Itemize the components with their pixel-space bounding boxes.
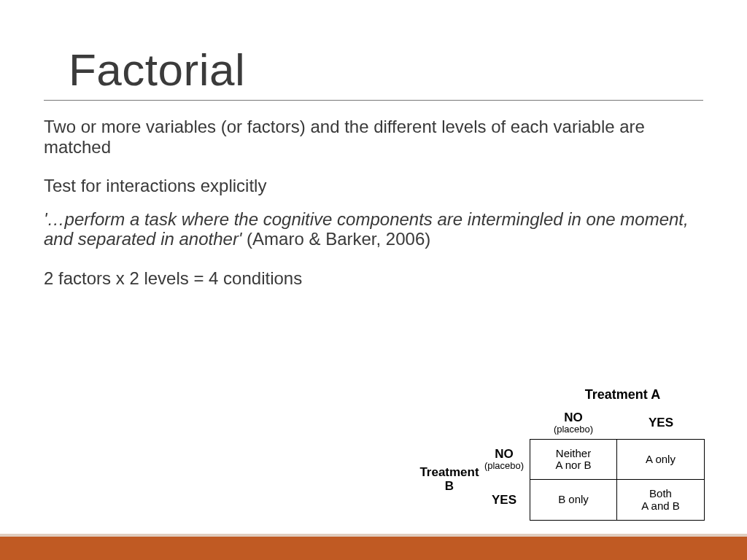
- factorial-diagram: Treatment A NO (placebo) YES Treatment B…: [420, 387, 719, 521]
- footer-bar: [0, 534, 747, 560]
- row-factor-title-line2: B: [445, 479, 454, 493]
- row-head-no: NO (placebo): [484, 448, 524, 470]
- paragraph-quote: '…perform a task where the cognitive com…: [44, 209, 703, 249]
- paragraph-factors-equation: 2 factors x 2 levels = 4 conditions: [44, 268, 703, 289]
- cell-neither-line1: Neither: [556, 448, 591, 460]
- cell-b-only: B only: [530, 480, 617, 521]
- slide-title: Factorial: [69, 44, 703, 96]
- row-head-yes-label: YES: [492, 494, 516, 507]
- row-head-no-label: NO: [484, 448, 524, 461]
- row-factor-title-line1: Treatment: [419, 465, 479, 479]
- factorial-grid: NO (placebo) YES Treatment B NO (placebo…: [420, 407, 719, 521]
- slide: Factorial Two or more variables (or fact…: [0, 0, 747, 560]
- cell-neither: Neither A nor B: [530, 439, 617, 480]
- col-head-no-sub: (placebo): [554, 424, 593, 435]
- paragraph-definition: Two or more variables (or factors) and t…: [44, 117, 703, 157]
- cell-a-only-text: A only: [646, 454, 676, 466]
- cell-both-line1: Both: [649, 488, 672, 500]
- cell-b-only-text: B only: [558, 494, 589, 506]
- col-head-no-label: NO: [554, 411, 593, 424]
- cell-both-line2: A and B: [641, 500, 680, 513]
- row-head-yes: YES: [492, 494, 516, 507]
- row-factor-title: Treatment B: [419, 466, 479, 493]
- col-head-no: NO (placebo): [554, 411, 593, 434]
- col-head-yes-label: YES: [649, 416, 673, 429]
- cell-neither-line2: A nor B: [555, 459, 591, 472]
- paragraph-interactions: Test for interactions explicitly: [44, 176, 703, 196]
- col-factor-title: Treatment A: [526, 387, 719, 402]
- title-rule: [44, 100, 703, 101]
- row-head-no-sub: (placebo): [484, 461, 524, 471]
- cell-both: Both A and B: [617, 480, 705, 521]
- cell-a-only: A only: [617, 439, 705, 480]
- quote-citation: (Amaro & Barker, 2006): [241, 229, 430, 249]
- col-head-yes: YES: [649, 416, 673, 429]
